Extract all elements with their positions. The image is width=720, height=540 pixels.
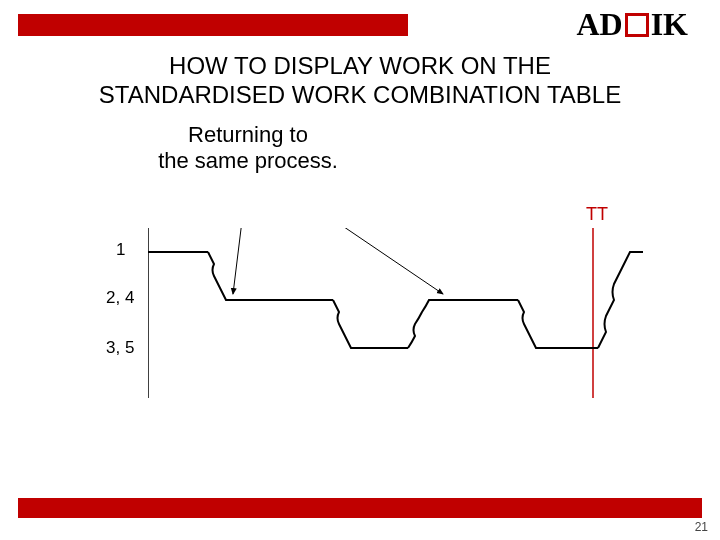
title-line-1: HOW TO DISPLAY WORK ON THE	[169, 52, 551, 79]
logo-left: AD	[576, 6, 622, 42]
page-number: 21	[695, 520, 708, 534]
row-label-2: 2, 4	[106, 288, 134, 308]
svg-line-7	[233, 228, 248, 294]
row-label-1: 1	[116, 240, 125, 260]
subtitle-line-1: Returning to	[188, 122, 308, 147]
annotation-text: Returning to the same process.	[138, 122, 358, 175]
footer-accent-bar	[18, 498, 702, 518]
header-accent-bar	[18, 14, 408, 36]
title-line-2: STANDARDISED WORK COMBINATION TABLE	[99, 81, 621, 108]
logo-right: IK	[651, 6, 688, 42]
logo-square-icon	[625, 13, 649, 37]
combination-table-diagram	[148, 228, 678, 408]
logo: ADIK	[576, 6, 688, 43]
svg-line-8	[263, 228, 443, 294]
page-title: HOW TO DISPLAY WORK ON THE STANDARDISED …	[0, 52, 720, 110]
subtitle-line-2: the same process.	[158, 148, 338, 173]
takt-time-label: TT	[586, 204, 608, 225]
row-label-3: 3, 5	[106, 338, 134, 358]
